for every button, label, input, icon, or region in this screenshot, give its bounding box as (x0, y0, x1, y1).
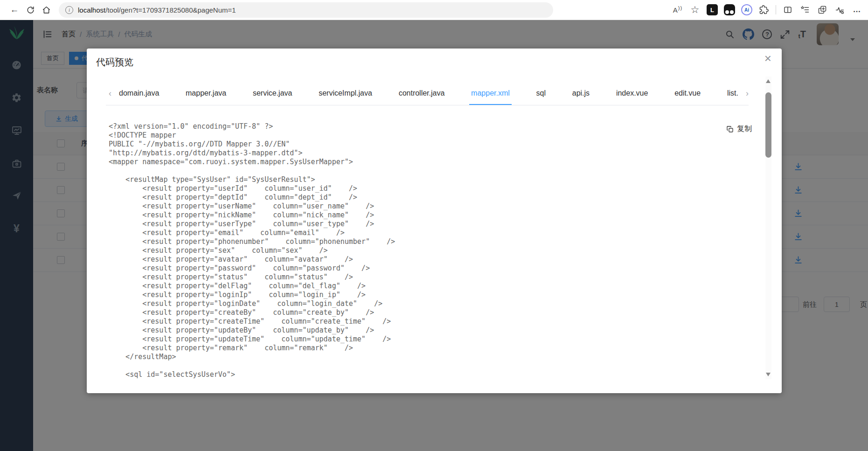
tab-api-js[interactable]: api.js (572, 89, 590, 105)
tabs-next-arrow-icon[interactable]: › (741, 89, 749, 105)
close-icon: × (764, 51, 771, 65)
scrollbar-thumb[interactable] (765, 92, 771, 158)
copy-icon (726, 125, 734, 133)
tab-list-vue[interactable]: list. (727, 89, 738, 105)
extension-goggles-icon[interactable] (724, 4, 735, 15)
scroll-up-icon[interactable] (766, 79, 771, 83)
more-menu-icon[interactable]: … (851, 4, 862, 15)
code-tabs-bar: ‹ domain.java mapper.java service.java s… (106, 89, 749, 105)
tab-serviceimpl-java[interactable]: serviceImpl.java (319, 89, 372, 105)
tab-controller-java[interactable]: controller.java (399, 89, 445, 105)
code-preview-dialog: 代码预览 × ‹ domain.java mapper.java service… (87, 49, 782, 393)
tab-domain-java[interactable]: domain.java (119, 89, 159, 105)
favorites-list-icon[interactable] (799, 4, 811, 15)
extension-l-icon[interactable]: L (707, 4, 718, 15)
refresh-button[interactable] (22, 2, 38, 18)
copy-button[interactable]: 复制 (726, 124, 752, 134)
toolbar-separator (776, 5, 776, 14)
tab-edit-vue[interactable]: edit.vue (674, 89, 701, 105)
refresh-icon (26, 6, 35, 14)
browser-essentials-icon[interactable] (834, 4, 845, 15)
split-screen-icon[interactable] (782, 4, 793, 15)
scroll-down-icon[interactable] (766, 373, 771, 376)
dialog-title: 代码预览 (96, 56, 133, 69)
extensions-puzzle-icon[interactable] (758, 4, 770, 15)
tab-mapper-xml[interactable]: mapper.xml (471, 89, 510, 105)
extension-ai-icon[interactable]: Ai (741, 4, 752, 15)
app-window: ¥ 首页 / 系统工具 / 代码生成 ? (0, 20, 868, 451)
url-host: localhost (78, 6, 105, 14)
tabs-prev-arrow-icon[interactable]: ‹ (106, 89, 116, 105)
home-icon (42, 6, 51, 14)
collections-icon[interactable] (817, 4, 828, 15)
read-aloud-icon[interactable]: A)) (672, 4, 683, 15)
home-button[interactable] (38, 2, 54, 18)
copy-label: 复制 (737, 124, 752, 134)
address-bar[interactable]: i localhost/tool/gen?t=1709371825080&pag… (59, 2, 553, 18)
browser-toolbar: ← i localhost/tool/gen?t=1709371825080&p… (0, 0, 868, 20)
url-path: /tool/gen?t=1709371825080&pageNum=1 (105, 6, 236, 14)
tab-mapper-java[interactable]: mapper.java (186, 89, 226, 105)
favorite-star-icon[interactable]: ☆ (689, 4, 701, 15)
code-scrollbar[interactable] (765, 76, 771, 379)
dialog-close-button[interactable]: × (764, 52, 771, 64)
tab-index-vue[interactable]: index.vue (616, 89, 648, 105)
tab-service-java[interactable]: service.java (253, 89, 292, 105)
code-content[interactable]: <?xml version="1.0" encoding="UTF-8" ?> … (109, 122, 395, 379)
site-info-icon[interactable]: i (65, 6, 73, 14)
back-button[interactable]: ← (7, 2, 22, 18)
tab-sql[interactable]: sql (536, 89, 546, 105)
